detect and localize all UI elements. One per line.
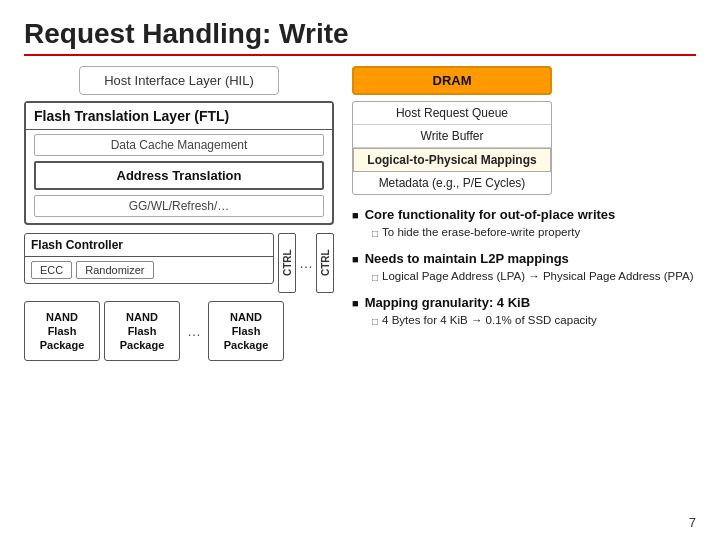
page: Request Handling: Write Host Interface L…	[0, 0, 720, 540]
left-column: Host Interface Layer (HIL) Flash Transla…	[24, 66, 334, 361]
nand-box-2: NAND Flash Package	[104, 301, 180, 361]
ctrl-bar-2: CTRL	[316, 233, 334, 293]
bullet-main-2: Needs to maintain L2P mappings	[352, 251, 696, 266]
ftl-label: Flash Translation Layer (FTL)	[26, 103, 332, 130]
nand-row: NAND Flash Package NAND Flash Package … …	[24, 301, 334, 361]
rand-box: Randomizer	[76, 261, 153, 279]
ftl-inner: Data Cache Management Address Translatio…	[26, 130, 332, 223]
ctrl-bar-1: CTRL	[278, 233, 296, 293]
nand-box-1: NAND Flash Package	[24, 301, 100, 361]
bullet-main-1: Core functionality for out-of-place writ…	[352, 207, 696, 222]
dram-row-3: Metadata (e.g., P/E Cycles)	[353, 172, 551, 194]
bullet-section-3: Mapping granularity: 4 KiB 4 Bytes for 4…	[352, 295, 696, 327]
main-content: Host Interface Layer (HIL) Flash Transla…	[24, 66, 696, 361]
fc-row: Flash Controller ECC Randomizer CTRL … C…	[24, 233, 334, 293]
hil-box: Host Interface Layer (HIL)	[79, 66, 279, 95]
bullet-col: Core functionality for out-of-place writ…	[352, 205, 696, 361]
bullet-main-3: Mapping granularity: 4 KiB	[352, 295, 696, 310]
fc-inner: ECC Randomizer	[25, 257, 273, 283]
dram-row-2: Logical-to-Physical Mappings	[353, 148, 551, 172]
dram-section: DRAM Host Request Queue Write Buffer Log…	[352, 66, 552, 195]
bullet-section-1: Core functionality for out-of-place writ…	[352, 207, 696, 239]
dram-inner: Host Request Queue Write Buffer Logical-…	[352, 101, 552, 195]
dram-row-1: Write Buffer	[353, 125, 551, 148]
dram-title: DRAM	[352, 66, 552, 95]
dram-row-0: Host Request Queue	[353, 102, 551, 125]
ctrl-dots: …	[299, 233, 313, 293]
fc-label: Flash Controller	[25, 234, 273, 257]
ecc-box: ECC	[31, 261, 72, 279]
data-cache-box: Data Cache Management	[34, 134, 324, 156]
gg-box: GG/WL/Refresh/…	[34, 195, 324, 217]
bullet-sub-3-0: 4 Bytes for 4 KiB → 0.1% of SSD capacity	[372, 314, 696, 327]
bullet-sub-2-0-text: Logical Page Address (LPA) → Physical Pa…	[382, 270, 694, 282]
ftl-box: Flash Translation Layer (FTL) Data Cache…	[24, 101, 334, 225]
page-number: 7	[689, 515, 696, 530]
page-title: Request Handling: Write	[24, 18, 696, 56]
addr-trans-box: Address Translation	[34, 161, 324, 190]
fc-box: Flash Controller ECC Randomizer	[24, 233, 274, 284]
bullet-section-2: Needs to maintain L2P mappings Logical P…	[352, 251, 696, 283]
right-section: DRAM Host Request Queue Write Buffer Log…	[352, 66, 696, 361]
ctrl-col: CTRL … CTRL	[278, 233, 334, 293]
bullet-sub-2-0: Logical Page Address (LPA) → Physical Pa…	[372, 270, 696, 283]
nand-dots: …	[184, 301, 204, 361]
bullet-sub-3-0-text: 4 Bytes for 4 KiB → 0.1% of SSD capacity	[382, 314, 597, 326]
nand-box-3: NAND Flash Package	[208, 301, 284, 361]
bullet-sub-1-0: To hide the erase-before-write property	[372, 226, 696, 239]
